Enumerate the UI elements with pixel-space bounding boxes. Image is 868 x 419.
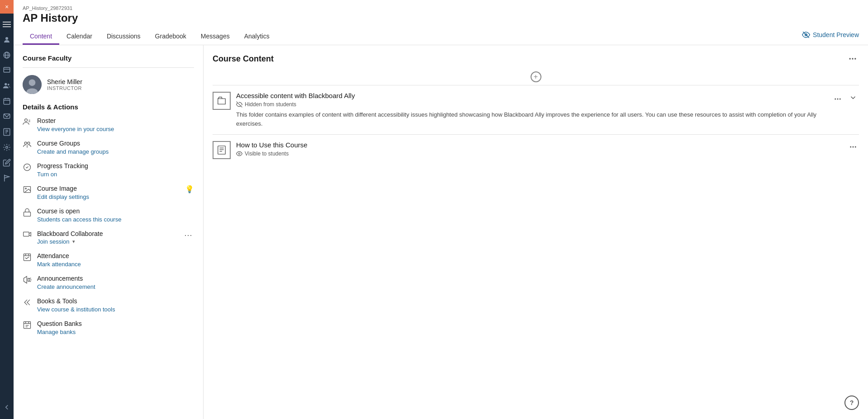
student-preview-label: Student Preview xyxy=(813,31,859,38)
svg-point-63 xyxy=(238,153,240,155)
progress-tracking-link[interactable]: Turn on xyxy=(37,171,57,178)
attendance-link[interactable]: Mark attendance xyxy=(37,261,81,268)
content-item-1-expand[interactable] xyxy=(847,92,859,106)
attendance-content: Attendance Mark attendance xyxy=(37,252,194,268)
svg-rect-46 xyxy=(24,322,31,329)
faculty-item: Sherie Miller INSTRUCTOR xyxy=(23,75,194,94)
svg-point-29 xyxy=(24,142,27,144)
add-content-button[interactable]: + xyxy=(531,71,541,82)
details-section-title: Details & Actions xyxy=(23,103,194,111)
course-content-title: Course Content xyxy=(213,54,274,64)
collaborate-dropdown-arrow[interactable]: ▾ xyxy=(72,239,75,245)
question-banks-link[interactable]: Manage banks xyxy=(37,329,76,335)
user-icon[interactable] xyxy=(0,33,13,46)
content-item-1-visibility-label: Hidden from students xyxy=(245,101,296,108)
tab-discussions[interactable]: Discussions xyxy=(100,29,148,45)
books-tools-title: Books & Tools xyxy=(37,297,194,305)
roster-content: Roster View everyone in your course xyxy=(37,117,194,132)
collaborate-link[interactable]: Join session xyxy=(37,238,70,245)
course-image-title: Course Image xyxy=(37,185,194,192)
course-content-header: Course Content xyxy=(213,45,859,69)
books-tools-link[interactable]: View course & institution tools xyxy=(37,306,115,313)
roster-title: Roster xyxy=(37,117,194,124)
progress-tracking-title: Progress Tracking xyxy=(37,162,194,169)
document-icon xyxy=(213,141,231,159)
course-image-link[interactable]: Edit display settings xyxy=(37,193,89,200)
content-item-1-three-dots[interactable] xyxy=(832,93,844,105)
course-id: AP_History_29872931 xyxy=(23,5,859,11)
tab-messages[interactable]: Messages xyxy=(194,29,237,45)
content-item-1-title: Accessible content with Blackboard Ally xyxy=(236,92,826,99)
tab-gradebook[interactable]: Gradebook xyxy=(148,29,194,45)
details-section: Details & Actions Roster View everyone i… xyxy=(23,103,194,335)
announcements-title: Announcements xyxy=(37,275,194,282)
course-nav-icon[interactable] xyxy=(0,64,13,77)
student-preview-button[interactable]: Student Preview xyxy=(802,31,859,43)
tab-calendar[interactable]: Calendar xyxy=(59,29,100,45)
course-groups-icon xyxy=(23,140,33,150)
student-preview-icon xyxy=(802,31,810,39)
question-banks-action: Question Banks Manage banks xyxy=(23,320,194,335)
roster-link[interactable]: View everyone in your course xyxy=(37,126,114,132)
svg-point-57 xyxy=(837,98,839,99)
content-item-2-title: How to Use this Course xyxy=(236,141,842,149)
nav-icons xyxy=(0,14,13,401)
help-button[interactable]: ? xyxy=(844,395,859,410)
content-item-2-visibility-label: Visible to students xyxy=(245,151,289,157)
course-groups-link[interactable]: Create and manage groups xyxy=(37,148,109,155)
messages-icon[interactable] xyxy=(0,110,13,123)
svg-point-56 xyxy=(835,98,836,99)
content-item-2-three-dots[interactable] xyxy=(847,141,859,153)
people-icon[interactable] xyxy=(0,80,13,92)
content-item-2-visibility: Visible to students xyxy=(236,151,842,157)
attendance-icon xyxy=(23,253,33,263)
collaborate-extra: ⋯ xyxy=(182,230,194,240)
close-button[interactable]: × xyxy=(0,0,14,14)
course-open-icon xyxy=(23,208,33,218)
instructor-name: Sherie Miller xyxy=(47,78,82,85)
tools-icon[interactable] xyxy=(0,141,13,154)
grades-icon[interactable] xyxy=(0,126,13,138)
course-open-title: Course is open xyxy=(37,207,194,215)
lightbulb-icon: 💡 xyxy=(185,185,194,193)
header: AP_History_29872931 AP History Content C… xyxy=(14,0,868,45)
tab-analytics[interactable]: Analytics xyxy=(237,29,277,45)
tab-content[interactable]: Content xyxy=(23,29,59,45)
question-banks-icon xyxy=(23,320,33,330)
collaborate-three-dots[interactable]: ⋯ xyxy=(182,230,194,240)
svg-point-24 xyxy=(29,79,36,86)
instructor-info: Sherie Miller INSTRUCTOR xyxy=(47,78,82,91)
svg-point-54 xyxy=(854,58,856,59)
content-area: Course Faculty Sherie Miller INSTRUCTOR … xyxy=(14,45,868,419)
svg-rect-33 xyxy=(24,187,31,193)
avatar xyxy=(23,75,42,94)
back-icon[interactable] xyxy=(0,401,13,414)
course-open-action: Course is open Students can access this … xyxy=(23,207,194,223)
globe-icon[interactable] xyxy=(0,49,13,61)
books-tools-action: Books & Tools View course & institution … xyxy=(23,297,194,313)
course-image-content: Course Image Edit display settings xyxy=(37,185,194,200)
folder-icon xyxy=(213,92,231,110)
hidden-eye-icon xyxy=(236,101,242,108)
svg-point-9 xyxy=(5,83,7,85)
menu-icon[interactable] xyxy=(0,18,13,31)
collaborate-link-row: Join session ▾ xyxy=(37,238,194,245)
left-nav-bar: × xyxy=(0,0,14,419)
svg-marker-41 xyxy=(24,277,27,283)
svg-rect-0 xyxy=(3,22,11,23)
content-item-1: Accessible content with Blackboard Ally … xyxy=(213,85,859,134)
course-image-icon xyxy=(23,185,33,195)
question-banks-content: Question Banks Manage banks xyxy=(37,320,194,335)
calendar-icon[interactable] xyxy=(0,95,13,108)
flag-icon[interactable] xyxy=(0,172,13,184)
content-item-1-actions xyxy=(832,92,859,106)
course-content-three-dots[interactable] xyxy=(846,52,859,65)
add-content-row: + xyxy=(213,69,859,85)
svg-point-20 xyxy=(6,146,8,149)
attendance-title: Attendance xyxy=(37,252,194,259)
collaborate-title: Blackboard Collaborate xyxy=(37,230,194,237)
edit-icon[interactable] xyxy=(0,156,13,169)
announcements-link[interactable]: Create announcement xyxy=(37,283,95,290)
main-container: AP_History_29872931 AP History Content C… xyxy=(14,0,868,419)
course-open-link[interactable]: Students can access this course xyxy=(37,216,121,223)
